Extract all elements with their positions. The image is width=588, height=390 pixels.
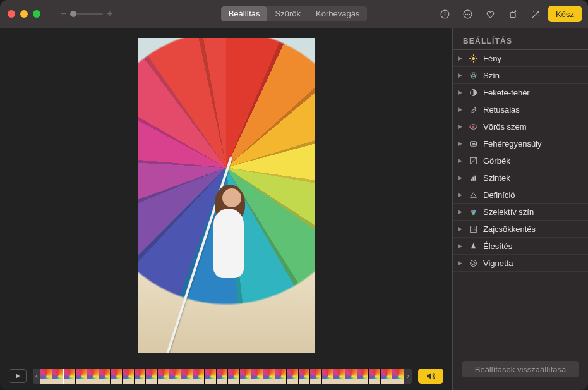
levels-icon xyxy=(469,173,478,183)
favorite-button[interactable] xyxy=(480,6,500,22)
rotate-button[interactable] xyxy=(503,6,523,22)
svg-rect-23 xyxy=(471,109,476,113)
timeline-frame[interactable] xyxy=(251,369,263,384)
timeline-frame[interactable] xyxy=(135,369,147,384)
chevron-right-icon: ▶ xyxy=(458,174,463,181)
window-controls xyxy=(8,10,40,18)
timeline-frame[interactable] xyxy=(40,369,52,384)
audio-toggle-button[interactable] xyxy=(418,369,443,384)
svg-line-15 xyxy=(471,56,471,56)
more-icon xyxy=(462,9,473,20)
zoom-track[interactable] xyxy=(70,13,103,15)
timeline-frame[interactable] xyxy=(181,369,193,384)
photo-canvas[interactable] xyxy=(0,28,452,362)
more-button[interactable] xyxy=(457,6,477,22)
retouch-icon xyxy=(469,105,478,114)
zoom-knob[interactable] xyxy=(70,11,76,17)
chevron-right-icon: ▶ xyxy=(458,192,463,198)
adjustment-item-color[interactable]: ▶Szín xyxy=(453,67,588,84)
minimize-window-icon[interactable] xyxy=(20,10,28,18)
color-icon xyxy=(469,71,478,80)
timeline-frame[interactable] xyxy=(64,369,76,384)
adjustment-item-bw[interactable]: ▶Fekete-fehér xyxy=(453,84,588,101)
svg-point-37 xyxy=(474,226,474,227)
reset-adjustments-button[interactable]: Beállítások visszaállítása xyxy=(462,361,579,377)
adjustment-label: Retusálás xyxy=(483,105,579,114)
timeline-frame[interactable] xyxy=(158,369,170,384)
svg-rect-31 xyxy=(474,175,476,180)
svg-point-1 xyxy=(444,11,445,13)
timeline-frame[interactable] xyxy=(299,369,311,384)
timeline-frame[interactable] xyxy=(392,369,404,384)
timeline-frame[interactable] xyxy=(99,369,111,384)
fullscreen-window-icon[interactable] xyxy=(33,10,40,18)
timeline-frame[interactable] xyxy=(240,369,252,384)
timeline-frame[interactable] xyxy=(87,369,99,384)
light-icon xyxy=(469,54,478,63)
svg-rect-2 xyxy=(444,13,445,16)
timeline-frame[interactable] xyxy=(205,369,217,384)
timeline-frame[interactable] xyxy=(310,369,322,384)
chevron-right-icon: ▶ xyxy=(458,226,463,232)
timeline-frame[interactable] xyxy=(263,369,275,384)
timeline-frame[interactable] xyxy=(357,369,369,384)
tab-adjust[interactable]: Beállítás xyxy=(221,6,268,21)
adjustment-item-selectivecolor[interactable]: ▶Szelektív szín xyxy=(453,204,588,221)
timeline-frame[interactable] xyxy=(111,369,123,384)
adjustment-item-definition[interactable]: ▶Definíció xyxy=(453,186,588,204)
timeline-frame[interactable] xyxy=(123,369,135,384)
adjustment-item-redeye[interactable]: ▶Vörös szem xyxy=(453,118,588,135)
edit-mode-tabs: Beállítás Szűrők Körbevágás xyxy=(221,6,368,21)
timeline-frame[interactable] xyxy=(275,369,287,384)
speaker-icon xyxy=(425,370,436,382)
svg-point-4 xyxy=(465,13,466,15)
timeline-strip[interactable]: ‹ › xyxy=(33,369,412,384)
timeline-frame[interactable] xyxy=(193,369,205,384)
svg-point-24 xyxy=(474,107,476,109)
vignette-icon xyxy=(469,259,478,268)
timeline-frame[interactable] xyxy=(169,369,181,384)
adjustment-item-retouch[interactable]: ▶Retusálás xyxy=(453,101,588,118)
timeline-frame[interactable] xyxy=(287,369,299,384)
adjustment-item-whitebalance[interactable]: ▶Fehéregyensúly xyxy=(453,135,588,152)
play-button[interactable] xyxy=(9,369,27,383)
timeline-frame[interactable] xyxy=(76,369,88,384)
timeline-frame[interactable] xyxy=(228,369,240,384)
adjustment-item-noisereduction[interactable]: ▶Zajcsökkentés xyxy=(453,221,588,238)
playhead[interactable] xyxy=(63,369,64,384)
trim-end-handle[interactable]: › xyxy=(404,369,412,384)
redeye-icon-wrap xyxy=(468,121,478,131)
timeline-frame[interactable] xyxy=(381,369,393,384)
info-button[interactable] xyxy=(435,6,455,22)
timeline-frame[interactable] xyxy=(146,369,158,384)
svg-point-21 xyxy=(471,74,476,78)
selectivecolor-icon-wrap xyxy=(468,207,478,217)
color-icon-wrap xyxy=(468,70,478,80)
timeline-frame[interactable] xyxy=(333,369,345,384)
adjustment-label: Vörös szem xyxy=(483,122,579,131)
adjustment-label: Vignetta xyxy=(483,259,579,268)
trim-start-handle[interactable]: ‹ xyxy=(33,369,40,384)
timeline-frame[interactable] xyxy=(322,369,334,384)
timeline-frame[interactable] xyxy=(217,369,229,384)
close-window-icon[interactable] xyxy=(8,10,15,18)
chevron-right-icon: ▶ xyxy=(458,89,463,95)
timeline-frame[interactable] xyxy=(345,369,357,384)
adjustment-item-sharpen[interactable]: ▶Élesítés xyxy=(453,238,588,255)
svg-rect-29 xyxy=(471,178,472,180)
adjustment-item-vignette[interactable]: ▶Vignetta xyxy=(453,255,588,272)
svg-point-36 xyxy=(471,227,472,228)
adjustments-sidebar: BEÁLLÍTÁS ▶Fény▶Szín▶Fekete-fehér▶Retusá… xyxy=(452,28,588,390)
autoenhance-button[interactable] xyxy=(525,6,546,22)
adjustment-item-curves[interactable]: ▶Görbék xyxy=(453,152,588,169)
tab-filters[interactable]: Szűrők xyxy=(268,6,308,21)
adjustment-item-light[interactable]: ▶Fény xyxy=(453,50,588,67)
timeline-frame[interactable] xyxy=(369,369,381,384)
done-button[interactable]: Kész xyxy=(548,6,582,22)
noisereduction-icon-wrap xyxy=(468,224,478,234)
adjustment-item-levels[interactable]: ▶Szintek xyxy=(453,169,588,186)
tab-crop[interactable]: Körbevágás xyxy=(308,6,367,21)
chevron-right-icon: ▶ xyxy=(458,106,463,113)
frames-strip[interactable] xyxy=(40,369,404,384)
zoom-slider[interactable]: − + xyxy=(61,8,113,20)
